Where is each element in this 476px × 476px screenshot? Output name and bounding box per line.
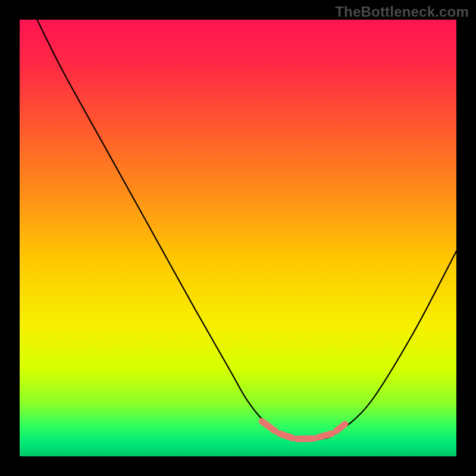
plot-area [20,20,456,456]
threshold-segment [297,439,314,439]
chart-frame: TheBottleneck.com [0,0,476,476]
threshold-segment [319,434,332,437]
bottleneck-chart [20,20,456,456]
watermark-text: TheBottleneck.com [335,4,469,20]
threshold-segment [280,434,293,438]
gradient-background [20,20,456,456]
